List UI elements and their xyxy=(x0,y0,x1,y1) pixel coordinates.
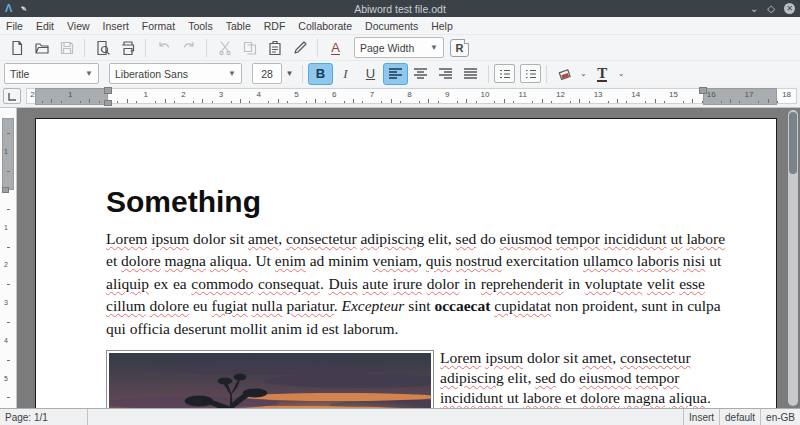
status-insert-mode[interactable]: Insert xyxy=(683,409,719,425)
ruler-number: 18 xyxy=(782,90,792,99)
ruler-number: 2 xyxy=(28,90,38,99)
ruler-number: 5 xyxy=(4,375,8,382)
separator xyxy=(302,65,303,83)
align-right-button[interactable] xyxy=(433,63,458,85)
chevron-down-icon: ▼ xyxy=(220,69,236,78)
print-icon[interactable] xyxy=(115,37,140,59)
tab-stop-selector[interactable] xyxy=(3,88,21,104)
font-color-button[interactable]: T xyxy=(590,63,615,85)
ruler-number: 15 xyxy=(669,90,679,99)
titlebar: Λ ✒ Abiword test file.odt ⌄ ◇ ✕ xyxy=(0,0,800,17)
document-page[interactable]: Something Lorem ipsum dolor sit amet, co… xyxy=(35,118,777,408)
menu-tools[interactable]: Tools xyxy=(188,20,213,32)
cut-icon[interactable] xyxy=(212,37,237,59)
status-language[interactable]: en-GB xyxy=(760,409,800,425)
status-message-area xyxy=(88,409,683,425)
vertical-scrollbar[interactable] xyxy=(788,110,798,406)
chevron-down-icon[interactable]: ⌄ xyxy=(618,69,625,78)
rdf-anchor-icon[interactable]: R xyxy=(450,39,469,57)
maximize-button[interactable]: ◇ xyxy=(767,4,775,14)
status-page-indicator: Page: 1/1 xyxy=(0,409,88,425)
top-margin-marker[interactable] xyxy=(2,187,9,193)
menu-collaborate[interactable]: Collaborate xyxy=(298,20,352,32)
minimize-button[interactable]: ⌄ xyxy=(750,4,758,14)
close-button[interactable]: ✕ xyxy=(784,3,795,14)
menu-edit[interactable]: Edit xyxy=(36,20,54,32)
ruler-number: 1 xyxy=(65,90,75,99)
ruler-number: 5 xyxy=(292,90,302,99)
status-style[interactable]: default xyxy=(719,409,760,425)
style-select[interactable]: Title▼ xyxy=(4,63,99,84)
menu-rdf[interactable]: RDF xyxy=(264,20,286,32)
left-indent-marker[interactable] xyxy=(104,100,112,106)
menu-format[interactable]: Format xyxy=(142,20,175,32)
ruler-number: 12 xyxy=(555,90,565,99)
sunset-photo xyxy=(109,353,431,408)
inline-image-frame[interactable] xyxy=(106,350,434,408)
menu-view[interactable]: View xyxy=(67,20,90,32)
new-document-icon[interactable] xyxy=(4,37,29,59)
menu-documents[interactable]: Documents xyxy=(365,20,418,32)
font-select[interactable]: Liberation Sans▼ xyxy=(109,63,242,84)
align-justify-button[interactable] xyxy=(458,63,483,85)
underline-button[interactable]: U xyxy=(358,63,383,85)
open-folder-icon[interactable] xyxy=(29,37,54,59)
menu-insert[interactable]: Insert xyxy=(103,20,129,32)
ruler-number: 3 xyxy=(4,299,8,306)
separator xyxy=(84,39,85,57)
standard-toolbar: A Page Width▼ R xyxy=(0,34,800,60)
vertical-ruler: 112345 xyxy=(0,108,17,408)
menu-table[interactable]: Table xyxy=(226,20,251,32)
first-line-indent-marker[interactable] xyxy=(104,87,112,94)
right-indent-marker[interactable] xyxy=(699,87,707,94)
ruler-number: 9 xyxy=(442,90,452,99)
bold-button[interactable]: B xyxy=(308,63,333,85)
zoom-select[interactable]: Page Width▼ xyxy=(354,37,444,58)
ruler-number: 1 xyxy=(4,148,8,155)
menu-file[interactable]: File xyxy=(6,20,23,32)
highlight-color-button[interactable] xyxy=(552,63,577,85)
paragraph-2: Lorem ipsum dolor sit amet, consectetura… xyxy=(440,348,707,408)
chevron-down-icon[interactable]: ⌄ xyxy=(580,69,587,78)
ruler-number: 2 xyxy=(4,261,8,268)
scrollbar-thumb[interactable] xyxy=(789,112,797,174)
document-heading: Something xyxy=(106,185,705,219)
document-area: 112345 Something Lorem ipsum dolor sit a… xyxy=(0,108,800,408)
ruler-number: 11 xyxy=(518,90,528,99)
paste-icon[interactable] xyxy=(262,37,287,59)
separator xyxy=(317,39,318,57)
ruler-number: 13 xyxy=(593,90,603,99)
separator xyxy=(145,39,146,57)
format-toolbar: Title▼ Liberation Sans▼ 28 ▼ B I U ⌄ T ⌄ xyxy=(0,60,800,86)
ruler-number: 1 xyxy=(141,90,151,99)
menubar: FileEditViewInsertFormatToolsTableRDFCol… xyxy=(0,17,800,34)
separator xyxy=(546,65,547,83)
menu-help[interactable]: Help xyxy=(431,20,453,32)
ruler-number: 1 xyxy=(4,224,8,231)
numbered-list-button[interactable] xyxy=(494,64,515,83)
chevron-down-icon: ▼ xyxy=(422,43,438,52)
paragraph-1: Lorem ipsum dolor sit amet, consectetur … xyxy=(106,228,705,340)
align-center-button[interactable] xyxy=(408,63,433,85)
save-icon[interactable] xyxy=(54,37,79,59)
copy-icon[interactable] xyxy=(237,37,262,59)
ruler-number: 2 xyxy=(178,90,188,99)
font-dialog-icon[interactable]: A xyxy=(323,37,348,59)
ruler-number: 8 xyxy=(405,90,415,99)
align-left-button[interactable] xyxy=(383,63,408,85)
print-preview-icon[interactable] xyxy=(90,37,115,59)
ruler-number: 6 xyxy=(329,90,339,99)
redo-icon[interactable] xyxy=(176,37,201,59)
horizontal-ruler: 21123456789101112131415161718 xyxy=(0,86,800,108)
statusbar: Page: 1/1 Insert default en-GB xyxy=(0,408,800,425)
bullet-list-button[interactable] xyxy=(520,64,541,83)
stylus-icon[interactable] xyxy=(287,37,312,59)
font-size-dropdown[interactable]: ▼ xyxy=(282,63,297,84)
separator xyxy=(488,65,489,83)
ruler-number: 10 xyxy=(480,90,490,99)
italic-button[interactable]: I xyxy=(333,63,358,85)
font-size-input[interactable]: 28 xyxy=(252,63,282,84)
ruler-number: 3 xyxy=(216,90,226,99)
undo-icon[interactable] xyxy=(151,37,176,59)
ruler-number: 4 xyxy=(254,90,264,99)
